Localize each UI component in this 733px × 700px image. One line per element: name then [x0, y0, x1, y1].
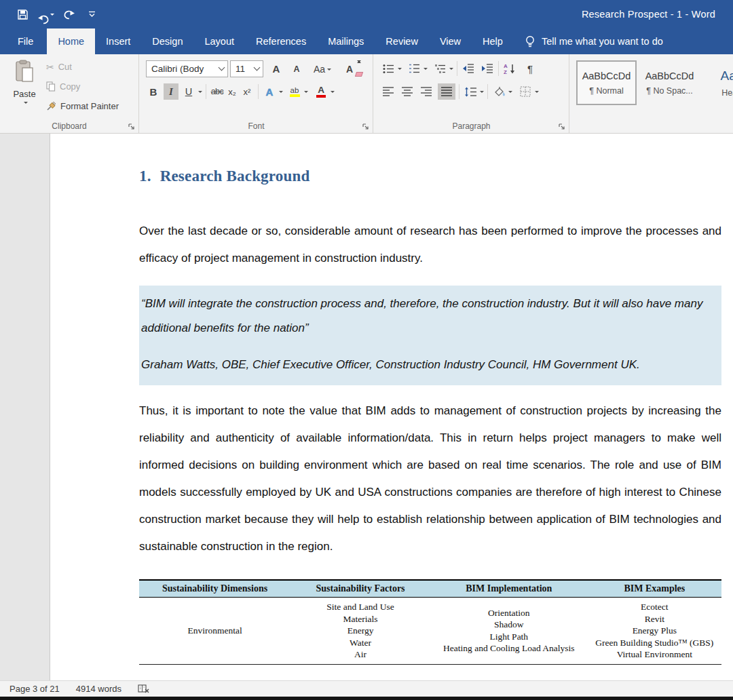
redo-button[interactable] [58, 4, 79, 24]
text-highlight-button[interactable]: ab [287, 83, 302, 100]
align-right-button[interactable] [419, 83, 434, 100]
quick-access-toolbar [0, 4, 102, 24]
paragraph-group: AZ ¶ [374, 54, 569, 133]
undo-dropdown-icon[interactable] [50, 14, 54, 18]
customize-qat-icon[interactable] [81, 4, 102, 24]
underline-dropdown-icon[interactable] [198, 91, 202, 95]
tab-layout[interactable]: Layout [193, 28, 245, 54]
caret-down-icon [357, 60, 361, 64]
page-count[interactable]: Page 3 of 21 [0, 681, 68, 697]
section-heading[interactable]: 1.Research Background [139, 168, 721, 185]
bullets-button[interactable] [381, 60, 396, 77]
borders-dropdown-icon[interactable] [535, 91, 539, 95]
format-painter-button[interactable]: Format Painter [46, 99, 119, 113]
increase-indent-button[interactable] [480, 60, 495, 77]
tab-design[interactable]: Design [141, 28, 193, 54]
undo-button[interactable] [35, 4, 56, 24]
style-normal[interactable]: AaBbCcDd ¶ Normal [576, 60, 637, 105]
document-page[interactable]: 1.Research Background Over the last deca… [51, 134, 733, 680]
numbering-dropdown-icon[interactable] [424, 68, 428, 72]
highlight-dropdown-icon[interactable] [304, 91, 308, 95]
clear-formatting-button[interactable]: A [342, 61, 357, 77]
strikethrough-button[interactable]: abc [210, 83, 225, 100]
tell-me-box[interactable]: Tell me what you want to do [525, 28, 663, 54]
table-row: Environmental Site and Land Use Material… [139, 598, 721, 665]
multilevel-dropdown-icon[interactable] [449, 68, 453, 72]
paste-label: Paste [13, 89, 35, 99]
clipboard-group: Paste ✂ Cut Copy Format Painter Clipboar… [0, 54, 139, 133]
table-header-cell[interactable]: BIM Examples [588, 580, 721, 598]
save-icon[interactable] [12, 4, 33, 24]
show-formatting-marks-button[interactable]: ¶ [523, 60, 538, 77]
paragraph-dialog-launcher-icon[interactable] [559, 123, 565, 130]
tab-home[interactable]: Home [47, 28, 95, 54]
paragraph-1[interactable]: Over the last decade or so, considerable… [139, 218, 721, 272]
sustainability-table[interactable]: Sustainability Dimensions Sustainability… [139, 579, 721, 665]
tab-insert[interactable]: Insert [95, 28, 141, 54]
copy-button[interactable]: Copy [46, 79, 119, 94]
italic-button[interactable]: I [164, 83, 178, 100]
table-cell-examples[interactable]: Ecotect Revit Energy Plus Green Building… [588, 598, 721, 665]
shading-button[interactable] [491, 83, 506, 100]
font-color-button[interactable]: A [314, 83, 328, 100]
divider [498, 61, 499, 76]
subscript-button[interactable]: x₂ [225, 83, 240, 100]
line-spacing-dropdown-icon[interactable] [480, 91, 484, 95]
paste-clipboard-icon [14, 60, 35, 84]
grow-font-button[interactable]: A [269, 61, 284, 77]
tab-mailings[interactable]: Mailings [317, 28, 375, 54]
numbering-button[interactable] [407, 60, 421, 77]
line-spacing-button[interactable] [463, 83, 478, 100]
tab-review[interactable]: Review [375, 28, 429, 54]
paste-dropdown-icon[interactable] [24, 102, 28, 106]
align-left-button[interactable] [381, 83, 396, 100]
text-effects-button[interactable]: A [262, 83, 277, 100]
text-effects-dropdown-icon[interactable] [279, 91, 283, 95]
quote-block[interactable]: “BIM will integrate the construction pro… [139, 286, 721, 385]
cut-button[interactable]: ✂ Cut [46, 60, 119, 74]
change-case-button[interactable]: Aa [314, 61, 331, 77]
decrease-indent-button[interactable] [461, 60, 476, 77]
shading-dropdown-icon[interactable] [508, 91, 512, 95]
proofing-errors-icon[interactable] [130, 681, 157, 697]
table-header-cell[interactable]: Sustainability Dimensions [139, 580, 290, 598]
table-header-cell[interactable]: Sustainability Factors [290, 580, 430, 598]
bold-button[interactable]: B [146, 83, 161, 100]
tab-help[interactable]: Help [472, 28, 514, 54]
style-heading1[interactable]: AaB Headi [702, 60, 733, 105]
font-color-dropdown-icon[interactable] [331, 91, 335, 95]
font-group: Calibri (Body 11 A A Aa A B I U abc [140, 54, 373, 133]
style-no-spacing[interactable]: AaBbCcDd ¶ No Spac... [639, 60, 700, 105]
tab-view[interactable]: View [429, 28, 472, 54]
table-cell-dimension[interactable]: Environmental [139, 598, 290, 665]
scissors-icon: ✂ [46, 62, 54, 73]
tab-file[interactable]: File [4, 28, 47, 54]
multilevel-list-button[interactable] [432, 60, 447, 77]
justify-button[interactable] [438, 83, 455, 100]
title-bar: Research Prospect - 1 - Word [0, 0, 733, 28]
table-cell-implementation[interactable]: Orientation Shadow Light Path Heating an… [430, 598, 588, 665]
word-count[interactable]: 4914 words [68, 681, 130, 697]
quote-text[interactable]: “BIM will integrate the construction pro… [141, 292, 719, 341]
font-dialog-launcher-icon[interactable] [362, 123, 369, 130]
borders-button[interactable] [518, 83, 533, 100]
paragraph-2[interactable]: Thus, it is important to note the value … [139, 397, 721, 560]
eraser-icon [355, 72, 363, 77]
table-cell-factors[interactable]: Site and Land Use Materials Energy Water… [290, 598, 430, 665]
underline-button[interactable]: U [181, 83, 196, 100]
font-name-combobox[interactable]: Calibri (Body [146, 60, 228, 77]
shrink-font-button[interactable]: A [289, 61, 304, 77]
document-gutter [0, 134, 50, 680]
tab-references[interactable]: References [245, 28, 317, 54]
sort-button[interactable]: AZ [502, 60, 517, 77]
bullets-dropdown-icon[interactable] [398, 68, 402, 72]
paste-button[interactable]: Paste [7, 60, 42, 122]
font-size-combobox[interactable]: 11 [230, 60, 263, 77]
quote-attribution[interactable]: Graham Watts, OBE, Chief Executive Offic… [141, 353, 719, 377]
superscript-button[interactable]: x² [240, 83, 255, 100]
clipboard-dialog-launcher-icon[interactable] [128, 123, 135, 130]
align-center-button[interactable] [400, 83, 415, 100]
heading-text: Research Background [160, 168, 310, 184]
table-header-cell[interactable]: BIM Implementation [430, 580, 588, 598]
document-area: 1.Research Background Over the last deca… [0, 134, 733, 680]
